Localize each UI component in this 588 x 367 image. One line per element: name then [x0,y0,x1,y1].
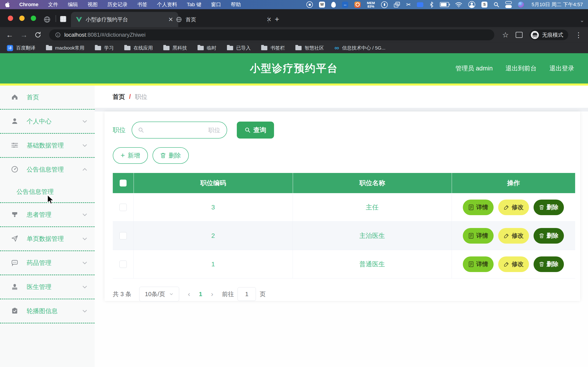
search-icon [245,127,251,133]
sidebar-subitem-notice-management[interactable]: 公告信息管理 [0,181,95,203]
bookmark-folder[interactable]: 临时 [198,45,216,51]
query-button[interactable]: 查询 [237,122,274,139]
current-page[interactable]: 1 [199,291,202,298]
window-close-button[interactable] [8,16,13,21]
detail-button[interactable]: 详情 [463,200,493,215]
display-icon[interactable] [417,2,423,7]
delete-row-button[interactable]: 删除 [534,200,564,215]
search-input[interactable] [146,126,221,134]
add-button[interactable]: + 新增 [113,147,148,164]
menu-tab[interactable]: Tab 键 [187,1,201,8]
address-bar[interactable]: localhost:8081/#/dictionaryZhiwei [49,29,494,40]
detail-button[interactable]: 详情 [463,228,493,244]
sidebar-item-single-page-data[interactable]: 单页数据管理 [0,227,95,251]
delete-row-button[interactable]: 删除 [534,228,564,244]
window-zoom-button[interactable] [31,16,36,21]
tab-active[interactable]: 小型诊疗预约平台 ✕ [71,12,178,27]
modify-button[interactable]: 修改 [498,228,529,244]
exit-to-front-link[interactable]: 退出到前台 [506,64,536,73]
apple-icon[interactable] [5,1,10,8]
breadcrumb-home[interactable]: 首页 [112,93,125,101]
new-tab-button[interactable]: + [275,15,279,23]
side-panel-icon[interactable] [516,32,523,38]
menu-profiles[interactable]: 个人资料 [157,1,177,8]
menu-history[interactable]: 历史记录 [107,1,128,8]
bookmark-star-icon[interactable]: ☆ [502,31,509,39]
row-checkbox[interactable] [120,232,127,240]
cell-code: 1 [134,250,293,278]
next-page-button[interactable]: › [210,290,214,298]
bookmark-folder[interactable]: 黑科技 [163,45,187,51]
bookmark-folder[interactable]: 智慧社区 [295,45,324,51]
menubar-clock[interactable]: 5月10日 周二 下午4:57 [531,1,583,8]
back-button[interactable]: ← [6,31,13,39]
sidebar-item-drug-management[interactable]: 药品管理 [0,251,95,275]
record-icon[interactable] [306,1,313,8]
goto-page-input[interactable] [237,287,256,301]
memory-monitor[interactable]: MEM83% [367,1,375,8]
teamviewer-icon[interactable]: ↔ [342,2,348,8]
forward-button[interactable]: → [20,31,27,39]
row-checkbox[interactable] [120,204,127,211]
sidebar-item-home[interactable]: 首页 [0,85,95,110]
screen: Chrome 文件 编辑 视图 历史记录 书签 个人资料 Tab 键 窗口 帮助… [0,0,588,367]
bookmark-folder[interactable]: 书签栏 [261,45,285,51]
reload-button[interactable] [35,31,41,38]
tab-list-chevron-icon[interactable]: ⌄ [580,17,584,23]
menu-bookmarks[interactable]: 书签 [137,1,147,8]
site-info-icon[interactable] [55,32,61,38]
sidebar-item-carousel-info[interactable]: 轮播图信息 [0,299,95,323]
search-icon[interactable] [493,1,499,8]
chevron-up-icon [82,167,88,173]
wps-icon[interactable]: W [319,2,325,8]
pinned-tab-grid-icon[interactable] [60,16,66,22]
menu-edit[interactable]: 编辑 [68,1,78,8]
control-center-icon[interactable] [505,1,512,8]
battery-icon[interactable] [440,2,449,7]
tab-close-icon[interactable]: ✕ [267,17,271,23]
sogou-input-icon[interactable]: S [481,2,487,8]
select-all-checkbox[interactable] [120,180,127,186]
bookmark-folder[interactable]: 已导入 [227,45,251,51]
menu-view[interactable]: 视图 [87,1,98,8]
wifi-icon[interactable] [455,1,462,8]
360-icon[interactable] [355,2,361,8]
scissors-icon[interactable]: ✂ [406,1,411,8]
detail-button[interactable]: 详情 [463,257,493,272]
screen-mirroring-icon[interactable] [394,2,400,7]
siri-icon[interactable] [518,2,524,8]
bookmark-item[interactable]: ∞信息技术中心 / 5G... [334,45,385,51]
sidebar-item-notice-management[interactable]: 公告信息管理 [0,158,95,181]
sidebar-item-base-data[interactable]: 基础数据管理 [0,134,95,158]
window-minimize-button[interactable] [19,16,25,21]
menu-file[interactable]: 文件 [48,1,58,8]
page-size-select[interactable]: 10条/页 [139,287,179,301]
delete-button[interactable]: 删除 [153,147,189,164]
pinned-tab-globe-icon[interactable] [44,16,51,23]
row-checkbox[interactable] [120,261,127,268]
menubar-app-name[interactable]: Chrome [19,2,38,8]
chrome-menu-icon[interactable]: ⋮ [575,31,582,39]
incognito-profile-button[interactable]: 无痕模式 [529,30,568,40]
account-icon[interactable] [468,1,475,8]
delete-row-button[interactable]: 删除 [534,257,564,272]
menu-window[interactable]: 窗口 [211,1,221,8]
sidebar-item-personal-center[interactable]: 个人中心 [0,110,95,134]
menu-help[interactable]: 帮助 [231,1,241,8]
modify-button[interactable]: 修改 [498,200,529,215]
bookmark-folder[interactable]: 学习 [95,45,114,51]
tab-inactive[interactable]: 首页 ✕ [171,12,277,27]
logout-link[interactable]: 退出登录 [549,64,574,73]
bluetooth-icon[interactable] [430,1,434,8]
prev-page-button[interactable]: ‹ [187,290,191,298]
bookmark-item[interactable]: 译 百度翻译 [7,45,35,51]
bookmark-folder[interactable]: 在线应用 [124,45,153,51]
sidebar-item-patient-management[interactable]: 患者管理 [0,203,95,227]
modify-button[interactable]: 修改 [498,257,529,272]
bookmark-folder[interactable]: macbook常用 [46,45,84,51]
breadcrumb: 首页 / 职位 [95,85,588,108]
1password-icon[interactable] [381,1,388,8]
qq-icon[interactable] [331,1,336,8]
admin-user-link[interactable]: 管理员 admin [456,64,493,73]
sidebar-item-doctor-management[interactable]: 医生管理 [0,275,95,299]
